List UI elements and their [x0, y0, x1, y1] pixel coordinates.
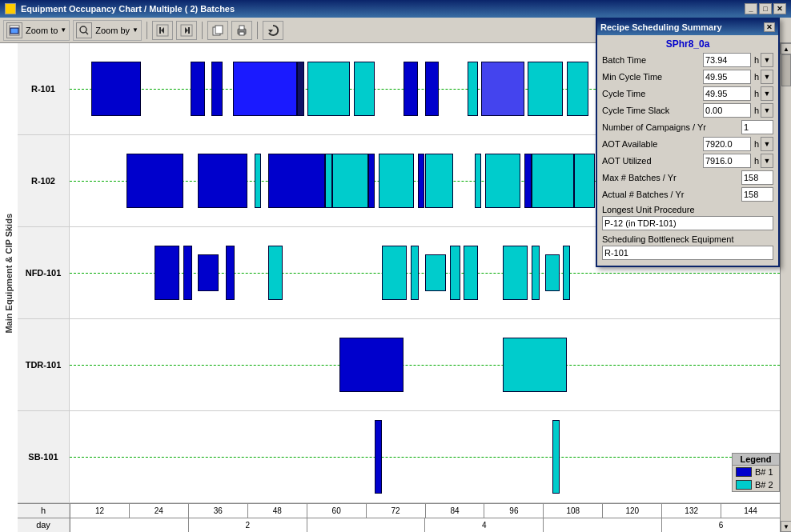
tick-108: 108: [543, 504, 602, 518]
aot-avail-value: h ▼: [703, 137, 773, 151]
copy-button[interactable]: [207, 21, 228, 40]
min-cycle-value: h ▼: [703, 70, 773, 84]
gantt-bar: [450, 246, 460, 300]
minimize-button[interactable]: _: [745, 3, 757, 14]
svg-rect-13: [239, 26, 244, 30]
hours-ticks: 12 24 36 48 60 72 84 96 108 120 132 144: [70, 504, 780, 518]
gantt-bar: [339, 338, 404, 392]
scroll-up-button[interactable]: ▲: [781, 43, 791, 54]
row-SB-101: SB-101: [18, 411, 780, 503]
gantt-bar: [233, 62, 297, 116]
gantt-bar: [211, 62, 222, 116]
gantt-bar: [198, 254, 219, 291]
print-button[interactable]: [231, 21, 252, 40]
time-unit-label-h: h: [18, 504, 70, 518]
min-cycle-label: Min Cycle Time: [602, 72, 662, 82]
gantt-bar: [545, 254, 560, 291]
bottleneck-input[interactable]: [602, 246, 773, 260]
max-batches-label: Max # Batches / Yr: [602, 173, 677, 182]
day-tick-6: 6: [661, 518, 780, 532]
legend-color-b1: [736, 467, 752, 477]
batch-time-input[interactable]: [703, 53, 751, 67]
scroll-thumb[interactable]: [781, 54, 791, 86]
max-batches-value: [741, 170, 773, 185]
svg-rect-1: [10, 28, 18, 34]
aot-util-unit: h: [754, 156, 759, 166]
gantt-bar: [485, 154, 520, 208]
zoom-by-dropdown[interactable]: Zoom by ▼: [94, 26, 139, 35]
scroll-track: [781, 54, 791, 521]
aot-avail-input[interactable]: [703, 137, 751, 151]
tick-60: 60: [307, 504, 366, 518]
recipe-row-campaigns: Number of Campaigns / Yr: [602, 120, 773, 134]
gantt-bar: [503, 338, 567, 392]
longest-unit-label: Longest Unit Procedure: [602, 205, 773, 214]
legend-color-b2: [736, 480, 752, 490]
legend-label-b1: B# 1: [755, 467, 773, 477]
gantt-bar: [425, 154, 453, 208]
svg-marker-15: [268, 30, 273, 33]
aot-avail-dropdown[interactable]: ▼: [761, 137, 773, 151]
recipe-row-batch-time: Batch Time h ▼: [602, 53, 773, 67]
window-title: Equipment Occupancy Chart / Multiple ( 2…: [21, 4, 235, 14]
legend-item-b2: B# 2: [733, 478, 779, 491]
longest-unit-input[interactable]: [602, 216, 773, 230]
row-TDR-101: TDR-101: [18, 319, 780, 411]
cycle-time-input[interactable]: [703, 86, 751, 101]
actual-batches-label: Actual # Batches / Yr: [602, 190, 685, 199]
gantt-bar: [379, 154, 414, 208]
maximize-button[interactable]: □: [759, 3, 772, 14]
gantt-bar: [126, 154, 183, 208]
legend-title: Legend: [733, 454, 779, 466]
gantt-bar: [425, 62, 440, 116]
legend-panel: Legend B# 1 B# 2: [732, 453, 780, 492]
gantt-bar: [411, 246, 420, 300]
time-axis-hours-row: h 12 24 36 48 60 72 84 96 108 120 132 14…: [18, 504, 780, 518]
min-cycle-input[interactable]: [703, 70, 751, 84]
aot-util-dropdown[interactable]: ▼: [761, 154, 773, 168]
cycle-slack-dropdown[interactable]: ▼: [761, 103, 773, 118]
gantt-bar: [183, 246, 192, 300]
gantt-bar: [574, 154, 596, 208]
svg-rect-6: [159, 27, 161, 34]
cycle-slack-label: Cycle Time Slack: [602, 106, 669, 115]
scroll-right-button[interactable]: [176, 21, 197, 40]
bottleneck-section: Scheduling Bottleneck Equipment: [602, 234, 773, 262]
cycle-time-dropdown[interactable]: ▼: [761, 86, 773, 101]
title-bar: Equipment Occupancy Chart / Multiple ( 2…: [0, 0, 791, 18]
max-batches-input[interactable]: [741, 170, 773, 185]
gantt-bar: [307, 62, 350, 116]
tick-72: 72: [366, 504, 425, 518]
toolbar-icon-zoom-chart[interactable]: [6, 22, 22, 38]
row-label-R-102: R-102: [18, 135, 70, 226]
scroll-left-button[interactable]: [152, 21, 173, 40]
zoom-to-dropdown[interactable]: Zoom to ▼: [24, 26, 66, 35]
recipe-panel-close[interactable]: ✕: [764, 22, 775, 32]
batch-time-dropdown[interactable]: ▼: [761, 53, 773, 67]
min-cycle-unit: h: [754, 72, 759, 82]
recipe-panel-title: Recipe Scheduling Summary: [600, 22, 722, 32]
row-label-TDR-101: TDR-101: [18, 319, 70, 410]
cycle-slack-input[interactable]: [703, 103, 751, 118]
gantt-bar: [468, 62, 478, 116]
aot-util-value: h ▼: [703, 154, 773, 168]
min-cycle-dropdown[interactable]: ▼: [761, 70, 773, 84]
gantt-bar: [297, 62, 304, 116]
gantt-bar: [404, 62, 418, 116]
recipe-panel: Recipe Scheduling Summary ✕ SPhr8_0a Bat…: [596, 18, 780, 267]
actual-batches-input[interactable]: [741, 187, 773, 202]
recipe-panel-content: SPhr8_0a Batch Time h ▼ Min Cycle Time h…: [597, 35, 778, 266]
aot-util-input[interactable]: [703, 154, 751, 168]
vertical-scrollbar[interactable]: ▲ ▼: [780, 43, 791, 532]
scroll-down-button[interactable]: ▼: [781, 521, 791, 532]
close-button[interactable]: ✕: [773, 3, 786, 14]
campaigns-input[interactable]: [741, 120, 773, 134]
tick-48: 48: [247, 504, 307, 518]
cycle-time-value: h ▼: [703, 86, 773, 101]
refresh-button[interactable]: [263, 21, 283, 40]
gantt-bar: [332, 154, 367, 208]
svg-rect-9: [188, 27, 190, 34]
actual-batches-value: [741, 187, 773, 202]
tick-84: 84: [425, 504, 484, 518]
batch-time-unit: h: [754, 55, 759, 65]
